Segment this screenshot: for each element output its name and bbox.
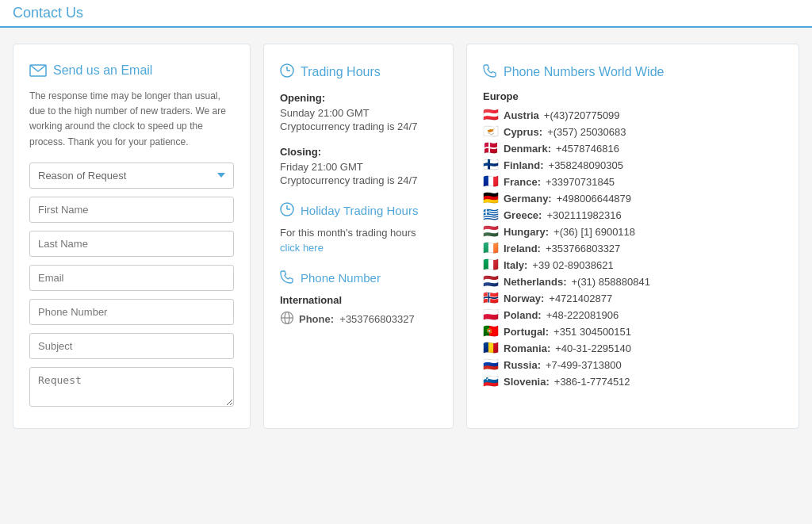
- country-name: Cyprus:: [504, 126, 542, 138]
- closing-label: Closing:: [280, 146, 437, 158]
- flag-icon: 🇵🇱: [483, 308, 499, 321]
- phone-input[interactable]: [29, 299, 234, 325]
- trading-hours-section: Trading Hours Opening: Sunday 21:00 GMT …: [280, 63, 437, 186]
- list-item: 🇷🇴Romania:+40-31-2295140: [483, 342, 783, 354]
- list-item: 🇫🇮Finland:+358248090305: [483, 159, 783, 171]
- trading-hours-title: Trading Hours: [280, 63, 437, 81]
- flag-icon: 🇩🇰: [483, 142, 499, 155]
- phone-title-mid: Phone Number: [280, 270, 437, 286]
- email-input[interactable]: [29, 265, 234, 291]
- worldwide-title: Phone Numbers World Wide: [483, 63, 783, 81]
- page-header: Contact Us: [0, 0, 812, 28]
- request-textarea[interactable]: [29, 367, 234, 407]
- flag-icon: 🇫🇮: [483, 159, 499, 171]
- click-here-link[interactable]: click here: [280, 242, 324, 254]
- country-name: Germany:: [504, 193, 552, 205]
- list-item: 🇦🇹Austria+(43)720775099: [483, 109, 783, 121]
- list-item: 🇸🇮Slovenia:+386-1-7774512: [483, 375, 783, 388]
- country-number: +39 02-89038621: [532, 259, 613, 271]
- country-number: +4721402877: [549, 293, 612, 304]
- list-item: 🇮🇹Italy:+39 02-89038621: [483, 258, 783, 271]
- country-name: Greece:: [504, 209, 542, 221]
- holiday-section: Holiday Trading Hours For this month's t…: [280, 202, 437, 254]
- country-name: Portugal:: [504, 326, 549, 338]
- flag-icon: 🇮🇹: [483, 258, 499, 271]
- country-number: +7-499-3713800: [546, 359, 622, 371]
- country-number: +(36) [1] 6900118: [553, 226, 635, 238]
- flag-icon: 🇩🇪: [483, 192, 499, 205]
- country-list: 🇦🇹Austria+(43)720775099🇨🇾Cyprus:+(357) 2…: [483, 109, 783, 388]
- email-section-title: Send us an Email: [29, 63, 234, 78]
- list-item: 🇳🇴Norway:+4721402877: [483, 292, 783, 304]
- phone-label: Phone: +353766803327: [299, 313, 415, 325]
- list-item: 🇮🇪Ireland:+353766803327: [483, 242, 783, 254]
- flag-icon: 🇵🇹: [483, 325, 499, 338]
- list-item: 🇳🇱Netherlands:+(31) 858880841: [483, 275, 783, 288]
- holiday-title: Holiday Trading Hours: [280, 202, 437, 219]
- trading-hours-panel: Trading Hours Opening: Sunday 21:00 GMT …: [263, 44, 454, 429]
- flag-icon: 🇦🇹: [483, 109, 499, 121]
- country-number: +4578746816: [556, 143, 619, 155]
- list-item: 🇵🇱Poland:+48-222081906: [483, 308, 783, 321]
- list-item: 🇷🇺Russia:+7-499-3713800: [483, 358, 783, 371]
- holiday-desc: For this month's trading hours: [280, 227, 437, 239]
- clock-icon: [280, 63, 294, 81]
- country-number: +33970731845: [546, 176, 615, 188]
- country-name: Finland:: [504, 159, 544, 171]
- email-description: The response time may be longer than usu…: [29, 89, 234, 150]
- list-item: 🇫🇷France:+33970731845: [483, 175, 783, 188]
- flag-icon: 🇷🇺: [483, 358, 499, 371]
- email-icon: [29, 64, 47, 77]
- first-name-input[interactable]: [29, 197, 234, 223]
- flag-icon: 🇬🇷: [483, 208, 499, 221]
- country-number: +353766803327: [546, 243, 620, 254]
- flag-icon: 🇳🇱: [483, 275, 499, 288]
- country-name: Romania:: [504, 342, 550, 354]
- country-number: +40-31-2295140: [555, 342, 631, 354]
- list-item: 🇩🇰Denmark:+4578746816: [483, 142, 783, 155]
- flag-icon: 🇮🇪: [483, 242, 499, 254]
- country-number: +(31) 858880841: [571, 276, 649, 288]
- country-name: Netherlands:: [504, 276, 566, 288]
- list-item: 🇬🇷Greece:+302111982316: [483, 208, 783, 221]
- list-item: 🇵🇹Portugal:+351 304500151: [483, 325, 783, 338]
- subject-input[interactable]: [29, 333, 234, 359]
- country-number: +358248090305: [549, 159, 623, 171]
- phone-icon-mid: [280, 270, 294, 286]
- phone-icon-worldwide: [483, 63, 497, 81]
- country-number: +(43)720775099: [544, 109, 620, 121]
- flag-icon: 🇸🇮: [483, 375, 499, 388]
- country-name: Denmark:: [504, 143, 551, 155]
- list-item: 🇨🇾Cyprus:+(357) 25030683: [483, 125, 783, 138]
- country-name: Hungary:: [504, 226, 549, 238]
- flag-icon: 🇫🇷: [483, 175, 499, 188]
- closing-line2: Cryptocurrency trading is 24/7: [280, 174, 437, 186]
- country-number: +498006644879: [557, 193, 631, 205]
- phone-row: Phone: +353766803327: [280, 311, 437, 327]
- flag-icon: 🇭🇺: [483, 225, 499, 238]
- country-name: Italy:: [504, 259, 527, 271]
- flag-icon: 🇨🇾: [483, 125, 499, 138]
- phone-section-mid: Phone Number International Phone: +35376…: [280, 270, 437, 327]
- opening-line1: Sunday 21:00 GMT: [280, 107, 437, 119]
- flag-icon: 🇳🇴: [483, 292, 499, 304]
- country-name: Russia:: [504, 359, 541, 371]
- country-number: +48-222081906: [546, 309, 619, 321]
- country-name: Norway:: [504, 293, 544, 304]
- worldwide-panel: Phone Numbers World Wide Europe 🇦🇹Austri…: [466, 44, 799, 429]
- list-item: 🇩🇪Germany:+498006644879: [483, 192, 783, 205]
- country-name: Slovenia:: [504, 376, 550, 388]
- intl-label: International: [280, 294, 437, 306]
- country-name: France:: [504, 176, 541, 188]
- opening-line2: Cryptocurrency trading is 24/7: [280, 120, 437, 132]
- country-name: Poland:: [504, 309, 542, 321]
- country-name: Ireland:: [504, 243, 541, 254]
- flag-icon: 🇷🇴: [483, 342, 499, 354]
- country-number: +351 304500151: [553, 326, 631, 338]
- page-title: Contact Us: [13, 5, 799, 21]
- globe-icon-mid: [280, 311, 294, 327]
- last-name-input[interactable]: [29, 231, 234, 257]
- reason-select[interactable]: Reason of Request: [29, 163, 234, 189]
- country-number: +386-1-7774512: [554, 376, 630, 388]
- closing-line1: Friday 21:00 GMT: [280, 161, 437, 173]
